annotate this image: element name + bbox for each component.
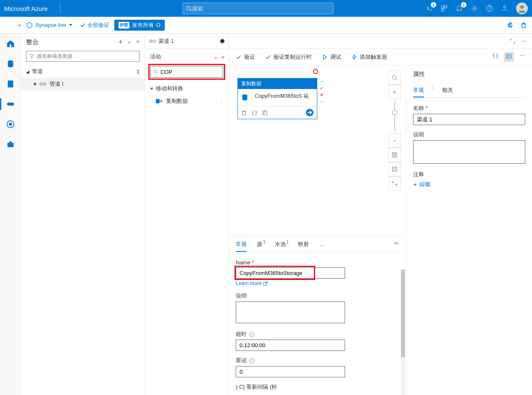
activity-search[interactable] <box>150 66 223 78</box>
nav-data[interactable] <box>5 58 16 70</box>
maximize-icon[interactable] <box>510 38 516 44</box>
svg-rect-38 <box>392 153 397 157</box>
discard-icon[interactable] <box>520 22 527 29</box>
collapse-activities-icon[interactable]: « <box>221 54 224 60</box>
activity-search-input[interactable] <box>161 69 220 75</box>
add-trigger-button[interactable]: 添加触发器 <box>351 53 387 61</box>
tab-label[interactable]: 渠道 1 <box>158 37 174 45</box>
tab-mapping[interactable]: 映射 <box>298 237 309 251</box>
properties-toggle-icon[interactable] <box>504 52 514 62</box>
status-success-icon: ✓ <box>319 85 324 91</box>
scrollbar[interactable] <box>401 269 405 395</box>
collapse-bottom-icon[interactable] <box>393 241 399 248</box>
learn-more-link[interactable]: Learn more <box>236 280 399 286</box>
svg-rect-20 <box>40 83 42 85</box>
add-annotation-label: 綵嘅 <box>419 181 430 188</box>
help-icon[interactable] <box>486 5 493 12</box>
copy-data-icon <box>241 92 251 102</box>
more-icon[interactable]: ⋯ <box>521 38 527 44</box>
validate-runtime-button[interactable]: 验证复制运行时 <box>265 53 312 61</box>
synapse-live-dropdown[interactable]: Synapse live <box>26 22 72 29</box>
nav-home[interactable] <box>5 38 16 50</box>
nav-manage[interactable] <box>5 139 16 150</box>
retry-input[interactable] <box>236 366 345 377</box>
svg-point-5 <box>473 7 475 9</box>
nav-monitor[interactable] <box>5 118 16 130</box>
node-header: 复制数据 <box>238 78 317 89</box>
hexagon-icon <box>26 22 33 29</box>
publish-label: 发布所有 <box>132 21 154 29</box>
props-tab-related[interactable]: 相关 <box>442 84 453 97</box>
global-search-input[interactable] <box>192 5 330 12</box>
debug-button[interactable]: 调试 <box>322 53 341 61</box>
collapse-tree-icon[interactable]: « <box>136 38 140 47</box>
props-annotations-label: 注释 <box>413 171 525 178</box>
user-avatar[interactable] <box>516 3 528 14</box>
code-icon[interactable]: { } <box>252 110 257 115</box>
nav-develop[interactable] <box>5 78 16 90</box>
expand-all-icon[interactable]: ⌄ <box>127 38 132 47</box>
expand-leftnav-icon[interactable]: » <box>18 22 21 28</box>
zoom-collapse-button[interactable] <box>388 176 401 191</box>
activity-group-move[interactable]: 移动和转换 <box>145 82 229 95</box>
props-tab-general[interactable]: 常规 <box>413 84 424 97</box>
svg-rect-15 <box>10 102 14 105</box>
cloud-shell-icon[interactable]: 1 <box>425 5 433 12</box>
expand-activities-icon[interactable]: ⌄ <box>213 54 218 60</box>
drag-grip-icon[interactable]: ⋮⋮ <box>214 98 224 105</box>
filter-resources-input[interactable] <box>26 51 140 62</box>
code-view-icon[interactable]: { } <box>493 52 498 62</box>
zoom-in-button[interactable]: + <box>388 85 401 99</box>
editor-tab-strip: 渠道 1 <box>145 34 229 49</box>
add-resource-icon[interactable]: + <box>119 38 123 47</box>
pipeline-desc-input[interactable] <box>413 140 525 164</box>
nav-integrate[interactable] <box>5 98 16 110</box>
info-icon[interactable]: i <box>249 332 254 337</box>
tab-source-label: 源 <box>257 241 262 247</box>
clone-icon[interactable] <box>262 110 268 115</box>
svg-point-7 <box>489 10 490 10</box>
zoom-search-button[interactable] <box>388 71 401 85</box>
activity-desc-input[interactable] <box>236 301 345 323</box>
pipeline-icon <box>40 81 46 87</box>
directory-icon[interactable] <box>440 5 448 12</box>
publish-all-button[interactable]: 伊犁 发布所有 O <box>114 20 165 31</box>
azure-logo: Microsoft Azure <box>4 5 47 12</box>
unsaved-dot-icon <box>34 83 36 85</box>
validate-all-button[interactable]: 全部验证 <box>80 21 109 29</box>
tab-general[interactable]: 常规 <box>236 237 247 251</box>
zoom-layout-button[interactable] <box>388 162 401 176</box>
tab-more[interactable]: … <box>319 238 324 251</box>
tab-source[interactable]: 源1 <box>257 237 265 251</box>
tree-item-pipeline1[interactable]: 管道 I <box>21 78 145 90</box>
node-name: CopyFromM365toS 祐 <box>255 92 309 100</box>
left-nav <box>0 34 21 395</box>
zoom-slider[interactable] <box>394 102 395 131</box>
tree-group-pipelines[interactable]: ◢ 管道 1 <box>21 65 145 78</box>
timeout-input[interactable] <box>236 340 345 351</box>
activity-copy-data[interactable]: 复制数据 ⋮⋮ <box>145 95 229 107</box>
tab-sink[interactable]: 水池1 <box>275 237 288 251</box>
refresh-icon[interactable] <box>507 22 514 29</box>
validate-button[interactable]: 验证 <box>236 53 255 61</box>
zoom-out-button[interactable]: − <box>388 133 401 148</box>
pipeline-name-input[interactable] <box>413 114 525 125</box>
tree-title: 整合 <box>26 38 39 46</box>
pipeline-canvas[interactable]: 复制数据 CopyFromM365toS 祐 { } → <box>229 65 406 395</box>
settings-icon[interactable] <box>471 5 478 12</box>
info-icon[interactable]: i <box>249 358 254 364</box>
canvas-more-icon[interactable]: ⋯ <box>520 52 525 62</box>
copy-activity-node[interactable]: 复制数据 CopyFromM365toS 祐 { } → <box>237 78 317 119</box>
zoom-thumb[interactable] <box>392 110 397 115</box>
delete-icon[interactable] <box>241 110 247 115</box>
zoom-fit-button[interactable] <box>388 148 401 162</box>
global-search[interactable] <box>182 3 334 14</box>
svg-point-36 <box>392 76 396 79</box>
activity-name-input[interactable] <box>236 267 345 279</box>
feedback-icon[interactable] <box>501 5 508 12</box>
add-annotation-button[interactable]: + 綵嘅 <box>413 181 525 188</box>
notifications-icon[interactable]: 1 <box>456 5 463 12</box>
debug-label: 调试 <box>330 53 341 61</box>
node-output-icon[interactable] <box>306 109 313 116</box>
filter-input[interactable] <box>37 53 137 59</box>
